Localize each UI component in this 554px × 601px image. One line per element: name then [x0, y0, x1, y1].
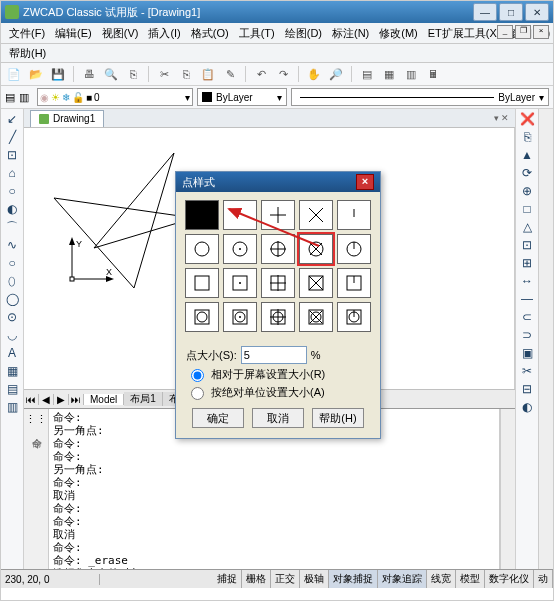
- tab-layout1[interactable]: 布局1: [124, 392, 163, 406]
- pline-icon[interactable]: ⊡: [4, 147, 20, 163]
- layer-dropdown[interactable]: ◉☀❄🔓■ 0 ▾: [37, 88, 193, 106]
- circle-icon[interactable]: ⌒: [4, 219, 20, 235]
- print-icon[interactable]: 🖶: [80, 65, 98, 83]
- scale-icon[interactable]: ⊡: [519, 237, 535, 253]
- tab-prev-icon[interactable]: ◀: [39, 394, 54, 405]
- spline-icon[interactable]: ∿: [4, 237, 20, 253]
- sb-osnap[interactable]: 对象捕捉: [329, 570, 378, 588]
- copy-obj-icon[interactable]: ⎘: [519, 129, 535, 145]
- copy-icon[interactable]: ⎘: [177, 65, 195, 83]
- command-grip[interactable]: ⋮⋮ 命令: [24, 409, 49, 569]
- menu-dimension[interactable]: 标注(N): [328, 25, 373, 42]
- chamfer-icon[interactable]: ✂: [519, 363, 535, 379]
- pan-icon[interactable]: ✋: [305, 65, 323, 83]
- rotate-icon[interactable]: △: [519, 219, 535, 235]
- tab-first-icon[interactable]: ⏮: [24, 394, 39, 405]
- help-button[interactable]: 帮助(H): [312, 408, 364, 428]
- sb-snap[interactable]: 捕捉: [213, 570, 242, 588]
- pstyle-0[interactable]: [185, 200, 219, 230]
- save-icon[interactable]: 💾: [49, 65, 67, 83]
- cline-icon[interactable]: ╱: [4, 129, 20, 145]
- tab-next-icon[interactable]: ▶: [54, 394, 69, 405]
- tab-model[interactable]: Model: [84, 394, 124, 405]
- mirror-icon[interactable]: ▲: [519, 147, 535, 163]
- minimize-button[interactable]: —: [473, 3, 497, 21]
- explode-icon[interactable]: ◐: [519, 399, 535, 415]
- sb-otrack[interactable]: 对象追踪: [378, 570, 427, 588]
- pstyle-1[interactable]: [223, 200, 257, 230]
- menu-help[interactable]: 帮助(H): [5, 45, 50, 62]
- array-icon[interactable]: ⊕: [519, 183, 535, 199]
- sb-ortho[interactable]: 正交: [271, 570, 300, 588]
- donut-icon[interactable]: ◯: [4, 291, 20, 307]
- menu-draw[interactable]: 绘图(D): [281, 25, 326, 42]
- mdi-restore[interactable]: ❐: [515, 25, 531, 39]
- scrollbar[interactable]: [500, 409, 515, 569]
- sb-dyn[interactable]: 动: [534, 570, 553, 588]
- cut-icon[interactable]: ✂: [155, 65, 173, 83]
- sb-lw[interactable]: 线宽: [427, 570, 456, 588]
- pstyle-17[interactable]: [261, 302, 295, 332]
- opt-absolute[interactable]: [191, 387, 204, 400]
- hatch-icon[interactable]: ▦: [4, 363, 20, 379]
- offset-icon[interactable]: ⟳: [519, 165, 535, 181]
- tool-palette-icon[interactable]: ▥: [402, 65, 420, 83]
- menu-tools[interactable]: 工具(T): [235, 25, 279, 42]
- mdi-close[interactable]: ×: [533, 25, 549, 39]
- ellipse-icon[interactable]: ○: [4, 255, 20, 271]
- rect-icon[interactable]: ○: [4, 183, 20, 199]
- pstyle-10[interactable]: [185, 268, 219, 298]
- move-icon[interactable]: □: [519, 201, 535, 217]
- pstyle-19[interactable]: [337, 302, 371, 332]
- color-dropdown[interactable]: ByLayer▾: [197, 88, 287, 106]
- break2-icon[interactable]: ⊃: [519, 327, 535, 343]
- new-icon[interactable]: 📄: [5, 65, 23, 83]
- match-icon[interactable]: ✎: [221, 65, 239, 83]
- opt-relative[interactable]: [191, 369, 204, 382]
- mdi-min[interactable]: _: [497, 25, 513, 39]
- sb-polar[interactable]: 极轴: [300, 570, 329, 588]
- sb-tablet[interactable]: 数字化仪: [485, 570, 534, 588]
- pstyle-14[interactable]: [337, 268, 371, 298]
- close-button[interactable]: ✕: [525, 3, 549, 21]
- menu-et-tools[interactable]: ET扩展工具(X): [424, 25, 505, 42]
- dialog-close-icon[interactable]: ×: [356, 174, 374, 190]
- linetype-dropdown[interactable]: ByLayer▾: [291, 88, 549, 106]
- doc-tab-drawing1[interactable]: Drawing1: [30, 110, 104, 127]
- ok-button[interactable]: 确定: [192, 408, 244, 428]
- extend-icon[interactable]: —: [519, 291, 535, 307]
- pstyle-11[interactable]: [223, 268, 257, 298]
- arc-icon[interactable]: ◐: [4, 201, 20, 217]
- join-icon[interactable]: ▣: [519, 345, 535, 361]
- pstyle-7[interactable]: [261, 234, 295, 264]
- sb-grid[interactable]: 栅格: [242, 570, 271, 588]
- layer-states-icon[interactable]: ▥: [19, 91, 29, 104]
- props-icon[interactable]: ▤: [358, 65, 376, 83]
- pstyle-13[interactable]: [299, 268, 333, 298]
- size-input[interactable]: [241, 346, 307, 364]
- pstyle-16[interactable]: [223, 302, 257, 332]
- pstyle-4[interactable]: [337, 200, 371, 230]
- line-icon[interactable]: ↙: [4, 111, 20, 127]
- pstyle-12[interactable]: [261, 268, 295, 298]
- erase-icon[interactable]: ❌: [519, 111, 535, 127]
- design-center-icon[interactable]: ▦: [380, 65, 398, 83]
- paste-icon[interactable]: 📋: [199, 65, 217, 83]
- zoom-icon[interactable]: 🔎: [327, 65, 345, 83]
- tab-last-icon[interactable]: ⏭: [69, 394, 84, 405]
- pstyle-18[interactable]: [299, 302, 333, 332]
- menu-edit[interactable]: 编辑(E): [51, 25, 96, 42]
- tab-pin-icon[interactable]: ▾: [494, 113, 499, 123]
- redo-icon[interactable]: ↷: [274, 65, 292, 83]
- pstyle-3[interactable]: [299, 200, 333, 230]
- tab-close-icon[interactable]: ✕: [501, 113, 509, 123]
- pstyle-2[interactable]: [261, 200, 295, 230]
- fillet-icon[interactable]: ⊟: [519, 381, 535, 397]
- sb-model[interactable]: 模型: [456, 570, 485, 588]
- break1-icon[interactable]: ⊂: [519, 309, 535, 325]
- preview-icon[interactable]: 🔍: [102, 65, 120, 83]
- pstyle-5[interactable]: [185, 234, 219, 264]
- stretch-icon[interactable]: ⊞: [519, 255, 535, 271]
- pstyle-6[interactable]: [223, 234, 257, 264]
- dialog-titlebar[interactable]: 点样式 ×: [176, 172, 380, 192]
